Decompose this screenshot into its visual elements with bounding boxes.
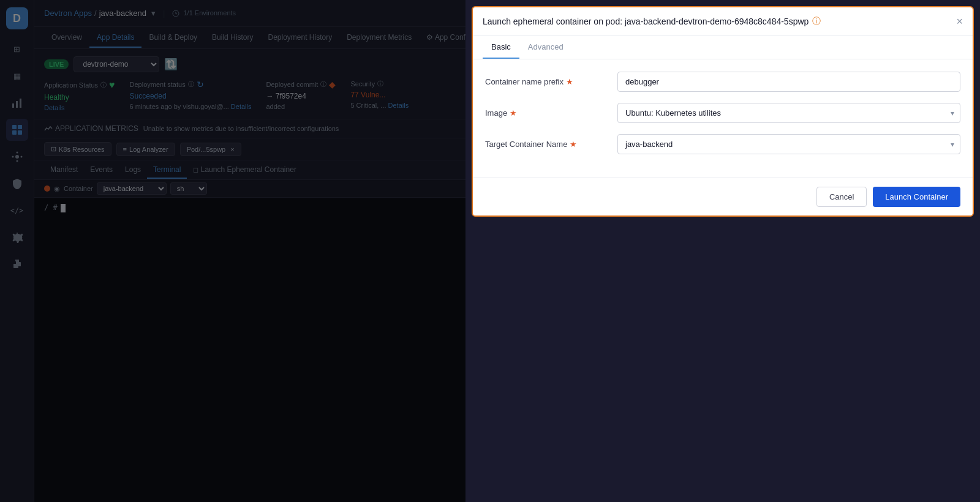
target-container-select-wrapper: java-backend sidecar init-container ▾ [617,134,960,154]
container-name-prefix-label: Container name prefix ★ [485,77,608,86]
required-star-prefix: ★ [566,77,573,86]
image-row: Image ★ Ubuntu: Kubernetes utilites Alpi… [485,103,960,123]
modal-title: Launch ephemeral container on pod: java-… [483,16,821,27]
modal-help-icon[interactable]: ⓘ [812,16,821,27]
target-container-name-label: Target Container Name ★ [485,140,608,149]
modal-body: Container name prefix ★ Image ★ Ubuntu: … [473,59,973,178]
image-select[interactable]: Ubuntu: Kubernetes utilites Alpine BusyB… [617,103,960,123]
launch-ephemeral-modal: Launch ephemeral container on pod: java-… [472,6,974,217]
modal-tab-basic[interactable]: Basic [483,36,519,59]
image-label: Image ★ [485,108,608,118]
modal-header: Launch ephemeral container on pod: java-… [473,7,973,36]
modal-tabs: Basic Advanced [473,36,973,59]
target-container-name-row: Target Container Name ★ java-backend sid… [485,134,960,154]
required-star-image: ★ [510,108,517,118]
modal-close-button[interactable]: × [956,16,963,27]
launch-container-button[interactable]: Launch Container [873,187,960,207]
required-star-target: ★ [570,140,577,149]
container-name-prefix-row: Container name prefix ★ [485,72,960,92]
container-name-prefix-input[interactable] [617,72,960,92]
image-select-wrapper: Ubuntu: Kubernetes utilites Alpine BusyB… [617,103,960,123]
cancel-button[interactable]: Cancel [816,187,867,207]
modal-overlay [0,0,466,502]
modal-tab-advanced[interactable]: Advanced [519,36,572,59]
modal-footer: Cancel Launch Container [473,178,973,215]
target-container-select[interactable]: java-backend sidecar init-container [617,134,960,154]
